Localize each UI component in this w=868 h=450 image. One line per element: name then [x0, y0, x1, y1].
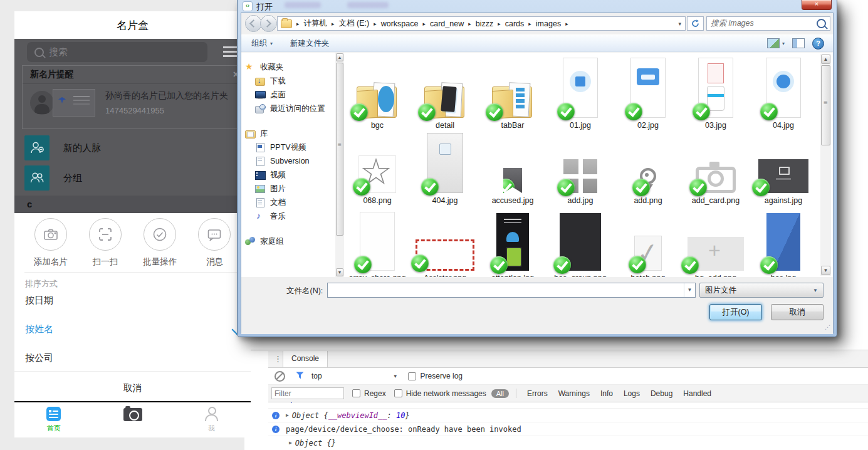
sidebar-item[interactable]: 库 [245, 127, 334, 140]
refresh-button[interactable] [687, 16, 704, 31]
console-level-debug[interactable]: Debug [651, 389, 672, 398]
close-button[interactable]: × [802, 0, 832, 10]
scroll-down-icon[interactable]: ▼ [821, 266, 830, 275]
console-message-clipped[interactable]: i update view with init data [268, 402, 868, 409]
breadcrumb-item[interactable]: bizzz [476, 19, 493, 28]
hide-network-label[interactable]: Hide network messages [406, 389, 486, 398]
add-card-action[interactable]: 添加名片 [27, 218, 75, 268]
sidebar-scrollbar[interactable]: ▲ ▼ [335, 53, 344, 277]
scroll-up-icon[interactable]: ▲ [821, 55, 830, 64]
console-level-errors[interactable]: Errors [527, 389, 548, 398]
sidebar-item[interactable]: 视频 [245, 168, 334, 182]
cancel-button[interactable]: 取消 [14, 382, 251, 394]
breadcrumb-separator-icon[interactable]: ▸ [565, 21, 568, 27]
regex-checkbox[interactable] [352, 389, 360, 397]
scrollbar-thumb[interactable] [336, 63, 343, 236]
tab-home[interactable]: 首页 [14, 402, 93, 437]
scan-action[interactable]: 扫一扫 [81, 218, 129, 268]
console-message-onready[interactable]: i page/device/device_choose: onReady hav… [268, 422, 868, 436]
console-level-info[interactable]: Info [600, 389, 613, 398]
sort-option-company[interactable]: 按公司 [25, 352, 53, 364]
file-tile[interactable]: bas.jpg [752, 213, 815, 277]
file-tile[interactable]: Assistor.png [414, 213, 476, 277]
scroll-up-icon[interactable]: ▲ [336, 53, 343, 61]
breadcrumb-item[interactable]: images [536, 19, 561, 28]
file-tile[interactable]: array_share.png [346, 213, 409, 277]
expand-triangle-icon[interactable]: ▶ [289, 440, 292, 446]
batch-action[interactable]: 批量操作 [136, 218, 184, 268]
file-tile[interactable]: 068.png [346, 135, 409, 205]
filter-funnel-icon[interactable] [296, 372, 304, 381]
console-level-all[interactable]: All [491, 389, 509, 398]
help-icon[interactable]: ? [812, 38, 824, 50]
tab-me[interactable]: 我 [172, 402, 251, 437]
file-tile[interactable]: 02.jpg [617, 58, 679, 130]
file-tile[interactable]: bas_group.png [549, 213, 612, 277]
sidebar-item[interactable]: 家庭组 [245, 234, 334, 248]
sidebar-item[interactable]: PPTV视频 [245, 140, 334, 154]
file-tile[interactable]: 404.jpg [414, 135, 476, 205]
execution-context-select[interactable]: top [311, 372, 322, 380]
file-tile[interactable]: batch.png [617, 213, 679, 277]
filetype-select[interactable]: 图片文件 ▼ [699, 283, 824, 298]
file-tile[interactable]: bgc [346, 58, 409, 130]
console-message-object[interactable]: i ▶ Object {__webviewId__: 10} [268, 409, 868, 422]
breadcrumb-item[interactable]: workspace [381, 19, 419, 28]
console-level-logs[interactable]: Logs [624, 389, 640, 398]
sort-option-date[interactable]: 按日期 [25, 295, 53, 306]
back-button[interactable] [245, 15, 262, 32]
file-tile[interactable]: bg_add.png [684, 213, 747, 277]
clear-console-icon[interactable] [275, 371, 285, 382]
file-tile[interactable]: against.jpg [752, 135, 815, 205]
open-button[interactable]: 打开(O) [709, 304, 762, 320]
scrollbar-thumb[interactable] [821, 65, 830, 145]
filename-input[interactable] [329, 284, 679, 297]
file-grid-scrollbar[interactable]: ▲ ▼ [820, 54, 831, 276]
tab-camera[interactable] [93, 402, 172, 437]
file-tile[interactable]: 01.jpg [549, 58, 612, 130]
sidebar-item[interactable]: 下载 [245, 74, 334, 88]
file-tile[interactable]: 04.jpg [752, 58, 815, 130]
breadcrumb-item[interactable]: 计算机 [304, 18, 328, 29]
sidebar-item[interactable]: 图片 [245, 182, 334, 196]
file-tile[interactable]: add.jpg [549, 135, 612, 205]
sidebar-item[interactable]: 音乐 [245, 209, 334, 223]
preserve-log-checkbox[interactable] [408, 372, 416, 380]
notice-body[interactable]: 孙尚香的名片已加入您的名片夹 1474529441955 [23, 84, 246, 122]
file-tile[interactable]: accused.jpg [481, 135, 544, 205]
combo-dropdown-icon[interactable]: ▼ [684, 283, 695, 297]
menu-item-new-contacts[interactable]: 新的人脉 [24, 134, 251, 162]
filename-combo[interactable]: ▼ [327, 283, 696, 298]
menu-item-groups[interactable]: 分组 [24, 164, 251, 192]
breadcrumb-dropdown-icon[interactable]: ▾ [678, 21, 681, 27]
sidebar-item[interactable]: 桌面 [245, 88, 334, 102]
breadcrumb-bar[interactable]: ▸计算机▸文档 (E:)▸workspace▸card_new▸bizzz▸ca… [277, 16, 686, 31]
tab-console[interactable]: Console [283, 351, 328, 367]
dialog-titlebar[interactable]: ‹› 打开 × [238, 0, 837, 13]
preserve-log-label[interactable]: Preserve log [421, 372, 463, 380]
file-tile[interactable]: tabBar [481, 58, 544, 130]
chevron-down-icon[interactable]: ▼ [393, 374, 398, 379]
file-tile[interactable]: attention.jpg [481, 213, 544, 277]
console-message-empty-object[interactable]: ▶ Object {} [268, 436, 868, 449]
sidebar-item[interactable]: 最近访问的位置 [245, 102, 334, 115]
forward-button[interactable] [260, 15, 277, 32]
more-menu-icon[interactable]: ⋮ [274, 354, 276, 367]
preview-pane-button[interactable] [792, 38, 805, 48]
breadcrumb-item[interactable]: cards [505, 19, 525, 28]
sidebar-item[interactable]: 文档 [245, 196, 334, 209]
resize-grip[interactable]: ⋰ [825, 326, 831, 332]
filter-input[interactable] [271, 387, 344, 399]
hide-network-checkbox[interactable] [394, 389, 402, 397]
regex-label[interactable]: Regex [364, 389, 386, 398]
console-level-warnings[interactable]: Warnings [558, 389, 590, 398]
scroll-down-icon[interactable]: ▼ [336, 268, 343, 276]
cancel-button[interactable]: 取消 [771, 304, 824, 320]
file-tile[interactable]: 03.jpg [684, 58, 747, 130]
messages-action[interactable]: 消息 [191, 218, 238, 268]
sidebar-item[interactable]: Subversion [245, 154, 334, 168]
organize-button[interactable]: 组织 ▾ [251, 38, 273, 49]
views-button[interactable]: ▾ [767, 38, 785, 48]
sort-option-name[interactable]: 按姓名 [25, 323, 53, 335]
dialog-search-box[interactable]: 搜索 images [706, 16, 830, 31]
